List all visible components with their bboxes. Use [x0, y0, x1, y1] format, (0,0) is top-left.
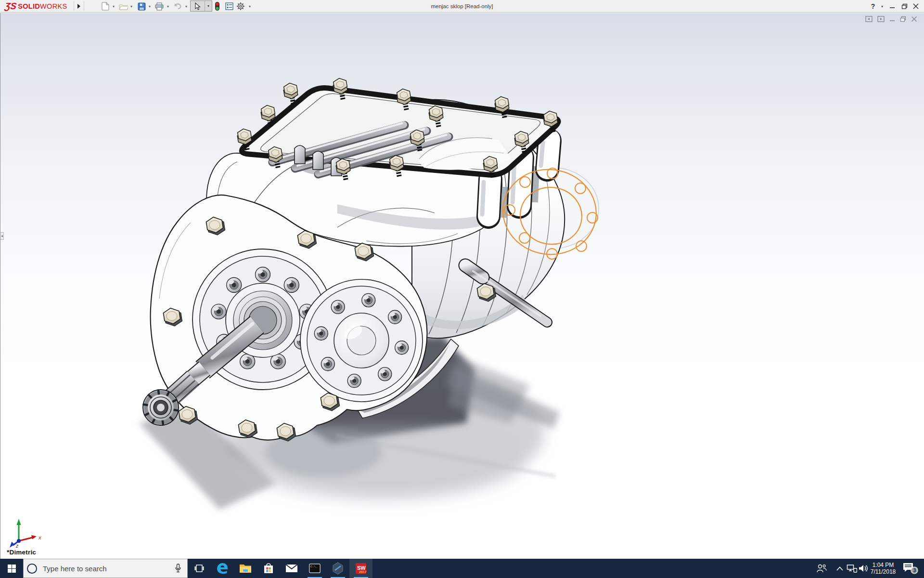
cover-plate-hub — [300, 279, 423, 402]
people-icon — [816, 564, 827, 573]
show-right-pane-button[interactable] — [877, 16, 885, 22]
minimize-button[interactable] — [887, 0, 897, 13]
tray-chevron-button[interactable] — [834, 559, 846, 578]
sw-icon-year: 2017 — [359, 570, 367, 574]
mail-icon — [285, 564, 298, 573]
microphone-icon[interactable] — [175, 564, 181, 573]
windows-taskbar: Type here to search C:\_ SW 2017 — [0, 559, 924, 578]
action-center-icon: 3 — [902, 562, 919, 575]
taskbar-search-input[interactable]: Type here to search — [23, 559, 188, 578]
edge-browser-button[interactable] — [211, 559, 234, 578]
triad-x-arrow — [31, 535, 37, 539]
restore-button[interactable] — [899, 0, 909, 13]
solidworks-taskbar-button[interactable]: SW 2017 — [349, 559, 372, 578]
chevron-up-icon — [836, 566, 843, 571]
document-window-controls — [865, 16, 917, 22]
start-button[interactable] — [0, 559, 23, 578]
cmd-icon-label: C:\_ — [310, 565, 318, 568]
doc-restore-button[interactable] — [900, 16, 906, 22]
app-hexagon-button[interactable] — [326, 559, 349, 578]
clock-time: 1:04 PM — [869, 562, 897, 568]
mail-button[interactable] — [280, 559, 303, 578]
orientation-triad: x z — [5, 505, 49, 548]
close-button[interactable] — [911, 0, 921, 13]
triad-y-arrow — [17, 519, 21, 525]
triad-x-label: x — [38, 535, 41, 540]
help-button[interactable]: ? — [868, 0, 878, 13]
command-prompt-button[interactable]: C:\_ — [303, 559, 326, 578]
task-view-button[interactable] — [188, 559, 211, 578]
file-explorer-icon — [239, 563, 252, 574]
file-explorer-button[interactable] — [234, 559, 257, 578]
store-button[interactable] — [257, 559, 280, 578]
triad-origin — [17, 539, 21, 543]
graphics-viewport[interactable]: ◂ x z *Dimetric — [0, 13, 924, 559]
document-title: menjac sklop [Read-only] — [0, 0, 924, 13]
triad-z-arrow — [10, 542, 14, 548]
doc-close-button[interactable] — [911, 16, 917, 22]
edge-icon — [216, 562, 229, 575]
title-bar: ƷSSOLIDWORKS ▾ ▾ ▾ ▾ ▾ ▾ ▾ menjac sklop … — [0, 0, 924, 13]
people-tray-button[interactable] — [815, 559, 828, 578]
search-placeholder: Type here to search — [43, 565, 175, 573]
help-dropdown[interactable]: ▾ — [879, 0, 886, 13]
speaker-icon — [858, 564, 869, 573]
feature-panel-collapse-tab[interactable]: ◂ — [0, 232, 4, 240]
task-view-icon — [194, 564, 204, 573]
triad-z-label: z — [15, 543, 18, 548]
view-orientation-label: *Dimetric — [7, 549, 36, 556]
volume-tray-button[interactable] — [857, 559, 870, 578]
store-icon — [263, 563, 274, 574]
cortana-icon — [27, 564, 37, 574]
hexagon-app-icon — [332, 562, 344, 575]
command-prompt-icon: C:\_ — [309, 564, 321, 573]
gearbox-3d-model[interactable] — [0, 13, 924, 559]
solidworks-app-icon: SW 2017 — [355, 562, 367, 575]
network-icon — [847, 564, 857, 573]
show-left-pane-button[interactable] — [865, 16, 873, 22]
notification-count: 3 — [913, 567, 916, 573]
clock-date: 7/11/2018 — [869, 568, 897, 575]
taskbar-clock[interactable]: 1:04 PM 7/11/2018 — [869, 559, 897, 578]
windows-logo-icon — [8, 565, 16, 573]
doc-minimize-button[interactable] — [889, 16, 895, 22]
network-tray-button[interactable] — [846, 559, 858, 578]
action-center-button[interactable]: 3 — [901, 559, 920, 578]
